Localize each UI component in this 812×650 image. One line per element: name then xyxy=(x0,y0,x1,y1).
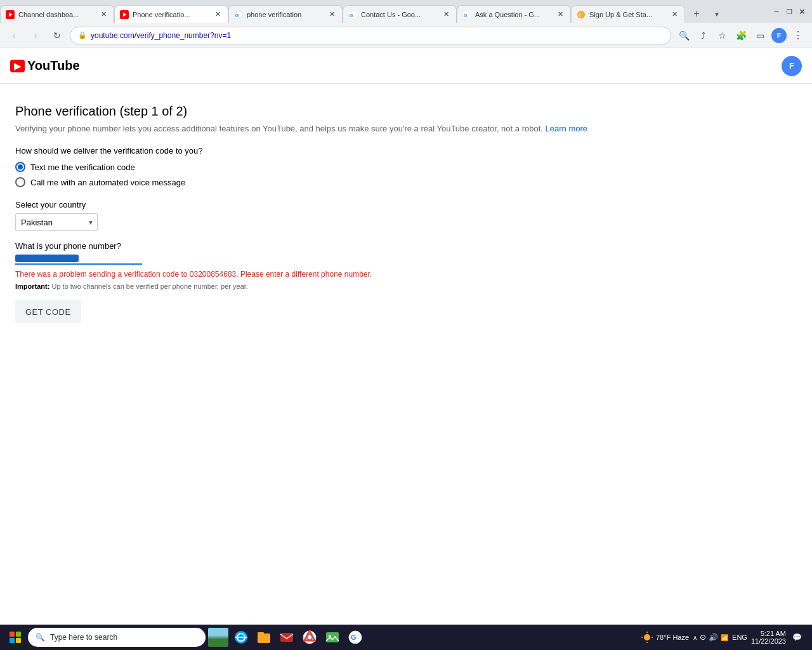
phone-input-container[interactable] xyxy=(15,255,142,265)
svg-rect-15 xyxy=(258,633,270,643)
tab-close-1[interactable]: ✕ xyxy=(98,10,108,20)
country-select-wrapper[interactable]: Pakistan ▼ xyxy=(15,213,98,231)
svg-point-20 xyxy=(308,635,311,639)
tray-volume-icon[interactable]: 🔊 xyxy=(709,633,718,642)
tab-title-5: Ask a Question - G... xyxy=(475,11,551,18)
internet-explorer-icon xyxy=(233,630,249,645)
weather-sun-icon xyxy=(641,631,653,644)
title-bar: Channel dashboa... ✕ Phone verificatio..… xyxy=(0,0,812,23)
clock-date: 11/22/2023 xyxy=(751,637,786,645)
tray-network-icon[interactable]: 📶 xyxy=(721,634,728,641)
taskbar-google-icon[interactable]: G xyxy=(345,627,365,647)
country-label: Select your country xyxy=(15,200,797,209)
taskbar-photos-icon[interactable] xyxy=(322,627,343,647)
country-select[interactable]: Pakistan xyxy=(15,213,98,231)
restore-button[interactable]: ❐ xyxy=(784,6,794,17)
delivery-question: How should we deliver the verification c… xyxy=(15,146,797,156)
tab-1[interactable]: Channel dashboa... ✕ xyxy=(0,5,114,23)
new-tab-button[interactable]: + xyxy=(688,5,705,23)
extensions-icon[interactable]: 🧩 xyxy=(732,27,750,44)
taskbar-ie-icon[interactable] xyxy=(231,627,251,647)
sidebar-icon[interactable]: ▭ xyxy=(751,27,769,44)
page-title: Phone verification (step 1 of 2) xyxy=(15,104,797,119)
start-button[interactable] xyxy=(5,627,25,647)
tray-circle-icon[interactable]: ⊙ xyxy=(700,633,706,642)
tray-icons: ∧ ⊙ 🔊 📶 xyxy=(693,633,728,642)
minimize-button[interactable]: ─ xyxy=(771,6,782,17)
language-indicator[interactable]: ENG xyxy=(732,633,747,641)
back-button[interactable]: ‹ xyxy=(5,27,23,44)
youtube-favicon-1 xyxy=(6,10,15,19)
tab-close-2[interactable]: ✕ xyxy=(213,10,223,20)
system-tray: 78°F Haze ∧ ⊙ 🔊 📶 ENG 5:21 AM 11/22/2023… xyxy=(636,630,807,645)
taskbar-mail-icon[interactable] xyxy=(277,627,297,647)
clock-time: 5:21 AM xyxy=(761,630,786,637)
tab-6[interactable]: C Sign Up & Get Sta... ✕ xyxy=(571,5,685,23)
get-code-button[interactable]: GET CODE xyxy=(15,300,81,323)
tab-title-2: Phone verificatio... xyxy=(133,11,209,18)
svg-text:G: G xyxy=(464,12,468,18)
windows-logo-icon xyxy=(10,632,21,643)
menu-button[interactable]: ⋮ xyxy=(789,27,807,44)
refresh-button[interactable]: ↻ xyxy=(48,27,66,44)
security-lock-icon: 🔒 xyxy=(78,31,87,39)
svg-text:G: G xyxy=(350,12,353,18)
tab-3[interactable]: G phone verification ✕ xyxy=(228,5,343,23)
radio-text-button[interactable] xyxy=(15,162,25,172)
tab-title-6: Sign Up & Get Sta... xyxy=(589,11,665,18)
search-icon[interactable]: 🔍 xyxy=(675,27,693,44)
share-icon[interactable]: ⤴ xyxy=(694,27,712,44)
tray-chevron-icon[interactable]: ∧ xyxy=(693,634,697,641)
taskbar-files-icon[interactable] xyxy=(254,627,274,647)
svg-text:C: C xyxy=(579,12,582,17)
photos-icon xyxy=(325,630,340,645)
bookmark-icon[interactable]: ☆ xyxy=(713,27,731,44)
svg-rect-16 xyxy=(258,632,264,635)
taskbar-search-box[interactable]: 🔍 Type here to search xyxy=(28,628,206,647)
radio-text-option[interactable]: Text me the verification code xyxy=(15,162,797,172)
country-section: Select your country Pakistan ▼ xyxy=(15,200,797,231)
google-favicon-4: G xyxy=(348,10,357,19)
close-button[interactable]: ✕ xyxy=(797,6,807,17)
address-bar[interactable]: 🔒 youtube.com/verify_phone_number?nv=1 xyxy=(70,27,671,44)
google-favicon-3: G xyxy=(234,10,243,19)
radio-call-option[interactable]: Call me with an automated voice message xyxy=(15,177,797,187)
youtube-header: ▶ YouTube F xyxy=(0,48,812,84)
chrome-icon xyxy=(302,630,317,645)
google-app-icon: G xyxy=(348,630,363,645)
tab-5[interactable]: G Ask a Question - G... ✕ xyxy=(457,5,571,23)
tab-close-6[interactable]: ✕ xyxy=(669,10,679,20)
tab-close-5[interactable]: ✕ xyxy=(555,10,565,20)
window-controls: ─ ❐ ✕ xyxy=(766,0,812,23)
tab-4[interactable]: G Contact Us - Goo... ✕ xyxy=(343,5,457,23)
nav-right-icons: 🔍 ⤴ ☆ 🧩 ▭ F ⋮ xyxy=(675,27,807,44)
taskbar-search-icon: 🔍 xyxy=(36,633,45,642)
youtube-logo[interactable]: ▶ YouTube xyxy=(10,58,80,73)
tab-2[interactable]: Phone verificatio... ✕ xyxy=(114,5,228,23)
notification-icon[interactable]: 💬 xyxy=(792,633,802,642)
svg-rect-17 xyxy=(280,633,293,642)
tab-close-3[interactable]: ✕ xyxy=(327,10,337,20)
radio-call-label: Call me with an automated voice message xyxy=(30,178,185,187)
clock-area[interactable]: 5:21 AM 11/22/2023 xyxy=(751,630,789,645)
tab-close-4[interactable]: ✕ xyxy=(441,10,451,20)
taskbar-chrome-icon[interactable] xyxy=(299,627,320,647)
tab-overflow-button[interactable]: ▼ xyxy=(708,5,726,23)
profile-avatar[interactable]: F xyxy=(770,27,788,44)
address-text: youtube.com/verify_phone_number?nv=1 xyxy=(91,31,663,40)
weather-widget[interactable]: 78°F Haze xyxy=(641,631,689,644)
browser-frame: Channel dashboa... ✕ Phone verificatio..… xyxy=(0,0,812,650)
tabs-area: Channel dashboa... ✕ Phone verificatio..… xyxy=(0,0,766,23)
learn-more-link[interactable]: Learn more xyxy=(546,124,587,133)
radio-call-button[interactable] xyxy=(15,177,25,187)
mail-icon xyxy=(279,630,294,645)
tab-title-4: Contact Us - Goo... xyxy=(361,11,437,18)
forward-button[interactable]: › xyxy=(27,27,44,44)
nav-bar: ‹ › ↻ 🔒 youtube.com/verify_phone_number?… xyxy=(0,23,812,48)
important-label: Important: xyxy=(15,282,49,290)
user-avatar[interactable]: F xyxy=(782,56,802,76)
phone-label: What is your phone number? xyxy=(15,241,797,251)
youtube-favicon-2 xyxy=(120,10,129,19)
taskbar-landscape-app[interactable] xyxy=(208,627,228,647)
radio-text-label: Text me the verification code xyxy=(30,162,135,172)
